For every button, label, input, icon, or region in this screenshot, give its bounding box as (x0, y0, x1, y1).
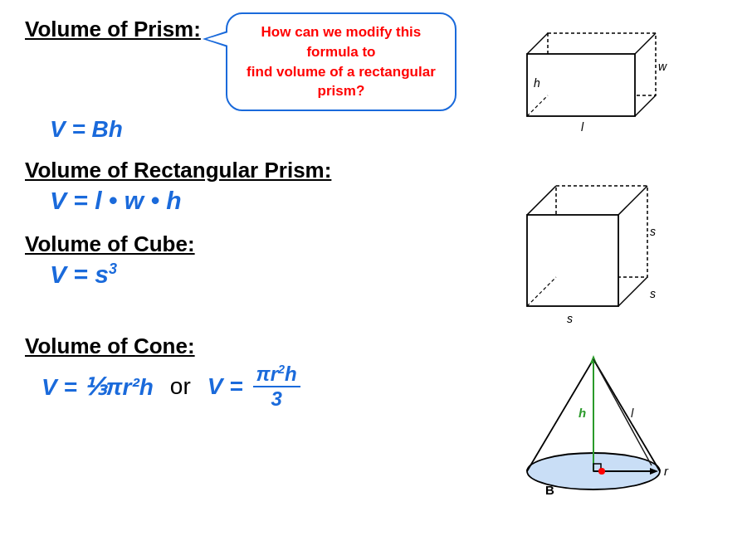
cone-numerator: πr2h (253, 363, 300, 387)
svg-line-2 (527, 33, 548, 54)
main-content: Volume of Prism: How can we modify this … (0, 0, 747, 560)
cone-fraction: πr2h 3 (253, 363, 300, 411)
left-column: Volume of Prism: How can we modify this … (25, 17, 456, 552)
speech-bubble: How can we modify this formula to find v… (226, 12, 456, 111)
svg-point-27 (598, 468, 605, 475)
prism-formula: V = Bh (50, 116, 456, 143)
cone-diagram: h l B r (502, 347, 685, 504)
cube-title: Volume of Cube: (25, 231, 456, 257)
svg-line-23 (593, 359, 652, 465)
prism-title: Volume of Prism: (25, 17, 201, 42)
cone-formula2: V = πr2h 3 (208, 363, 300, 411)
svg-text:h: h (579, 406, 586, 420)
cone-formula1: V = ⅓πr²h (42, 373, 154, 401)
svg-line-13 (618, 277, 647, 306)
svg-text:w: w (658, 60, 667, 73)
svg-rect-1 (527, 54, 635, 116)
cube-diagram: s s s (502, 178, 685, 338)
svg-line-4 (635, 95, 656, 116)
or-separator: or (170, 373, 191, 400)
cube-formula: V = s3 (50, 261, 456, 289)
prism-section-header: Volume of Prism: How can we modify this … (25, 17, 456, 111)
svg-text:l: l (581, 120, 584, 134)
svg-text:r: r (664, 464, 669, 478)
rect-prism-formula: V = l • w • h (50, 187, 456, 215)
cone-title: Volume of Cone: (25, 334, 456, 359)
cone-formula-row: V = ⅓πr²h or V = πr2h 3 (42, 363, 456, 411)
bubble-text: How can we modify this formula to find v… (241, 22, 442, 101)
right-column: h w l s s s (456, 17, 730, 552)
svg-text:l: l (631, 406, 634, 420)
svg-text:s: s (650, 287, 656, 300)
rect-prism-diagram: h w l (502, 25, 685, 161)
svg-text:s: s (567, 312, 573, 325)
rect-prism-title: Volume of Rectangular Prism: (25, 158, 456, 183)
cone-section: Volume of Cone: V = ⅓πr²h or V = πr2h 3 (25, 327, 456, 411)
svg-line-11 (527, 186, 556, 215)
cone-v-equals: V = (208, 373, 243, 400)
svg-text:B: B (545, 483, 554, 497)
cone-denominator: 3 (267, 387, 285, 411)
svg-text:s: s (650, 225, 656, 238)
svg-text:h: h (534, 76, 540, 90)
